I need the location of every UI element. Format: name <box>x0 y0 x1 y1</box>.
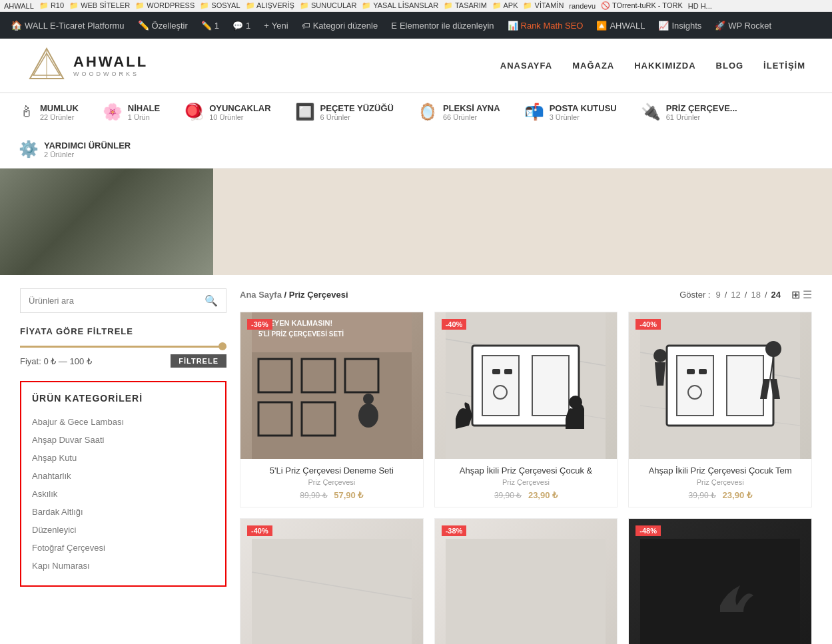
cat-item-duzenleyici[interactable]: Düzenleyici <box>32 521 214 539</box>
product-image <box>240 519 423 644</box>
show-24[interactable]: 24 <box>771 290 781 300</box>
search-input[interactable] <box>29 296 205 306</box>
list-view-icon[interactable]: ☰ <box>803 288 812 301</box>
admin-ahwall[interactable]: 🔼 AHWALL <box>591 12 650 39</box>
bookmark-apk[interactable]: 📁 APK <box>492 1 518 10</box>
cat-item-ahsap-kutu[interactable]: Ahşap Kutu <box>32 449 214 467</box>
bookmark-yasal[interactable]: 📁 YASAL LİSANSLAR <box>362 1 438 10</box>
product-card[interactable]: -36% EMEYEN KALMASIN! 5'Lİ PRİZ ÇERÇEVES… <box>240 312 424 507</box>
elementor-icon: E <box>391 21 397 31</box>
cat-yardimci-count: 2 Ürünler <box>44 151 131 159</box>
cat-yardimci[interactable]: ⚙️ YARDIMCI ÜRÜNLER 2 Ürünler <box>13 137 136 161</box>
svg-rect-19 <box>532 356 569 416</box>
product-card[interactable]: -48% Priz Çerçevesi <box>628 518 812 644</box>
admin-comments[interactable]: 💬 1 <box>227 12 256 39</box>
admin-elementor[interactable]: E Elementor ile düzenleyin <box>386 12 499 39</box>
bookmark-web[interactable]: 📁 WEB SİTELER <box>69 1 130 10</box>
admin-wp-rocket[interactable]: 🚀 WP Rocket <box>709 12 777 39</box>
search-box[interactable]: 🔍 <box>20 288 226 313</box>
bookmark-wp[interactable]: 📁 WORDPRESS <box>135 1 195 10</box>
filter-button[interactable]: FİLTRELE <box>171 354 226 368</box>
show-12[interactable]: 12 <box>731 290 740 300</box>
categories-box: ÜRÜN KATEGORİLERİ Abajur & Gece Lambası … <box>20 381 226 587</box>
old-price: 39,90 ₺ <box>494 491 522 500</box>
admin-site-label: WALL E-Ticaret Platformu <box>25 21 125 31</box>
plus-icon: + <box>264 21 269 31</box>
admin-rank-math[interactable]: 📊 Rank Math SEO <box>502 12 589 39</box>
cat-item-abajur[interactable]: Abajur & Gece Lambası <box>32 413 214 431</box>
bookmark-hd[interactable]: HD H... <box>688 2 712 10</box>
admin-edits[interactable]: ✏️ 1 <box>196 12 224 39</box>
admin-site-name[interactable]: 🏠 WALL E-Ticaret Platformu <box>5 12 130 39</box>
nav-blog[interactable]: BLOG <box>716 61 744 71</box>
grid-view-icon[interactable]: ⊞ <box>791 288 800 301</box>
cat-pecete-count: 6 Ürünler <box>320 113 394 121</box>
logo-text: AHWALL <box>73 53 148 71</box>
price-slider-track[interactable] <box>20 346 226 348</box>
cat-item-kapi[interactable]: Kapı Numarası <box>32 557 214 575</box>
cat-posta[interactable]: 📬 POSTA KUTUSU 3 Ürünler <box>519 100 622 124</box>
cat-pleksi[interactable]: 🪞 PLEKSİ AYNA 66 Ürünler <box>412 100 506 124</box>
bookmark-tasarim[interactable]: 📁 TASARIM <box>444 1 487 10</box>
main-content: 🔍 FİYATA GÖRE FİLTRELE Fiyat: 0 ₺ — 100 … <box>0 275 832 644</box>
admin-insights[interactable]: 📈 Insights <box>653 12 707 39</box>
logo-area[interactable]: AHWALL WOODWORKS <box>27 45 148 85</box>
product-image <box>435 519 618 644</box>
bookmark-alis[interactable]: 📁 ALIŞVERİŞ <box>246 1 294 10</box>
nav-anasayfa[interactable]: ANASAYFA <box>500 61 552 71</box>
cat-mumluk-name: MUMLUK <box>40 103 79 113</box>
admin-bar: 🏠 WALL E-Ticaret Platformu ✏️ Özelleştir… <box>0 12 832 39</box>
product-card[interactable]: -40% <box>628 312 812 507</box>
product-badge: -40% <box>635 319 661 330</box>
products-area: Ana Sayfa / Priz Çerçevesi Göster : 9 / … <box>240 288 812 644</box>
cat-item-bardak[interactable]: Bardak Altlığı <box>32 503 214 521</box>
cat-item-fotograf[interactable]: Fotoğraf Çerçevesi <box>32 539 214 557</box>
product-card[interactable]: -40% <box>434 312 618 507</box>
bookmark-r10[interactable]: 📁 R10 <box>39 1 64 10</box>
breadcrumb: Ana Sayfa / Priz Çerçevesi <box>240 290 348 300</box>
cat-pleksi-name: PLEKSİ AYNA <box>443 103 500 113</box>
product-card[interactable]: -40% Priz Çerçevesi <box>240 518 424 644</box>
admin-customize[interactable]: ✏️ Özelleştir <box>133 12 193 39</box>
bookmark-sosyal[interactable]: 📁 SOSYAL <box>200 1 240 10</box>
pleksi-icon: 🪞 <box>418 103 438 121</box>
admin-new[interactable]: + Yeni <box>258 12 293 39</box>
product-image <box>629 312 811 459</box>
cat-nihale[interactable]: 🌸 NİHALE 1 Ürün <box>97 100 165 124</box>
nav-iletisim[interactable]: İLETİŞİM <box>763 61 805 71</box>
site-nav: ANASAYFA MAĞAZA HAKKIMIZDA BLOG İLETİŞİM <box>500 61 805 71</box>
breadcrumb-current: Priz Çerçevesi <box>289 290 348 300</box>
cat-pecete[interactable]: 🔲 PEÇETE YÜZÜĞÜ 6 Ürünler <box>290 100 399 124</box>
cat-priz[interactable]: 🔌 PRİZ ÇERÇEVE... 61 Ürünler <box>635 100 743 124</box>
cat-oyuncaklar[interactable]: 🪀 OYUNCAKLAR 10 Ürünler <box>179 100 276 124</box>
show-9[interactable]: 9 <box>715 290 720 300</box>
svg-point-33 <box>765 341 781 357</box>
product-image: EMEYEN KALMASIN! 5'Lİ PRİZ ÇERÇEVESİ SET… <box>240 312 423 459</box>
bookmark-randevu[interactable]: randevu <box>569 2 596 10</box>
product-card[interactable]: -38% Priz Çerçevesi <box>434 518 618 644</box>
product-badge: -40% <box>247 525 272 536</box>
cat-item-anahtarlik[interactable]: Anahtarlık <box>32 467 214 485</box>
cat-item-ahsap-saat[interactable]: Ahşap Duvar Saati <box>32 431 214 449</box>
bookmark-sunucu[interactable]: 📁 SUNUCULAR <box>300 1 357 10</box>
search-icon[interactable]: 🔍 <box>205 294 218 307</box>
cat-item-askilik[interactable]: Askılık <box>32 485 214 503</box>
priz-icon: 🔌 <box>641 103 661 121</box>
bookmark-torrent[interactable]: 🚫 TOrrent-tuRK - TORK <box>601 1 683 10</box>
nav-hakkimizda[interactable]: HAKKIMIZDA <box>634 61 695 71</box>
nav-magaza[interactable]: MAĞAZA <box>572 61 614 71</box>
show-18[interactable]: 18 <box>751 290 760 300</box>
mumluk-icon: 🕯 <box>19 103 35 121</box>
cat-mumluk[interactable]: 🕯 MUMLUK 22 Ürünler <box>13 100 84 124</box>
breadcrumb-home[interactable]: Ana Sayfa <box>240 290 282 300</box>
old-price: 89,90 ₺ <box>300 491 327 500</box>
admin-category-edit[interactable]: 🏷 Kategori düzenle <box>296 12 384 39</box>
edit-icon: ✏️ <box>138 20 149 31</box>
svg-rect-38 <box>446 539 606 644</box>
show-label: Göster : <box>679 290 710 300</box>
bookmark-ahwall[interactable]: AHWALL <box>4 2 34 10</box>
price-slider-handle[interactable] <box>218 342 226 350</box>
bookmark-vitamin[interactable]: 📁 VİTAMİN <box>523 1 564 10</box>
cat-posta-name: POSTA KUTUSU <box>550 103 617 113</box>
price-filter: FİYATA GÖRE FİLTRELE Fiyat: 0 ₺ — 100 ₺ … <box>20 326 226 368</box>
